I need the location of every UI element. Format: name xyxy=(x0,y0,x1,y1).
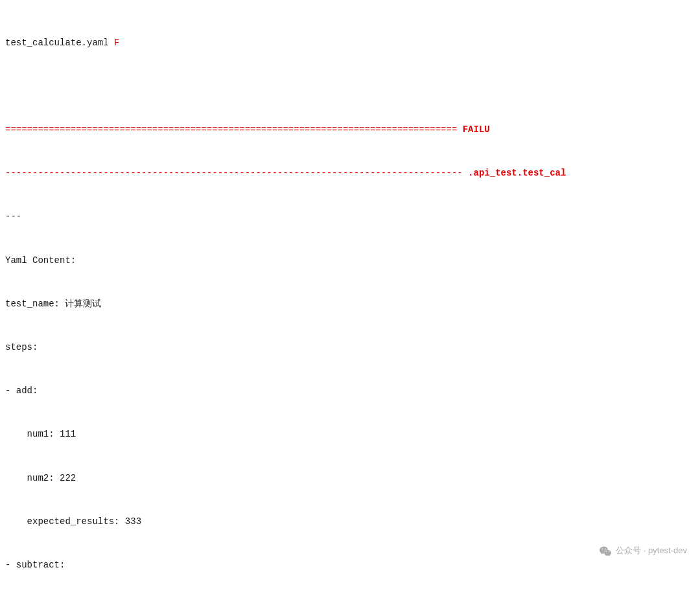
add-num2-line: num2: 222 xyxy=(5,471,695,485)
blank-line-1 xyxy=(5,79,695,93)
steps-label-line: steps: xyxy=(5,340,695,354)
watermark-text: 公众号 · pytest-dev xyxy=(616,545,687,555)
yaml-content-label-line: Yaml Content: xyxy=(5,253,695,268)
test-name-line: test_name: 计算测试 xyxy=(5,297,695,311)
wechat-icon xyxy=(600,545,611,557)
triple-dash-line: --- xyxy=(5,209,695,224)
test-file-status-line: test_calculate.yaml F xyxy=(5,36,695,50)
test-module-label: .api_test.test_cal xyxy=(463,168,566,178)
test-status-failed: F xyxy=(114,38,119,48)
add-expected-line: expected_results: 333 xyxy=(5,514,695,529)
failures-label: FAILU xyxy=(463,124,490,135)
subtract-step-line: - subtract: xyxy=(5,558,695,572)
terminal-output: test_calculate.yaml F ==================… xyxy=(0,0,700,596)
dash-separator: ----------------------------------------… xyxy=(5,166,695,180)
equals-separator-top: ========================================… xyxy=(5,122,695,137)
watermark: 公众号 · pytest-dev xyxy=(600,545,687,557)
test-file-name: test_calculate.yaml xyxy=(5,38,114,48)
add-step-line: - add: xyxy=(5,384,695,398)
add-num1-line: num1: 111 xyxy=(5,427,695,441)
